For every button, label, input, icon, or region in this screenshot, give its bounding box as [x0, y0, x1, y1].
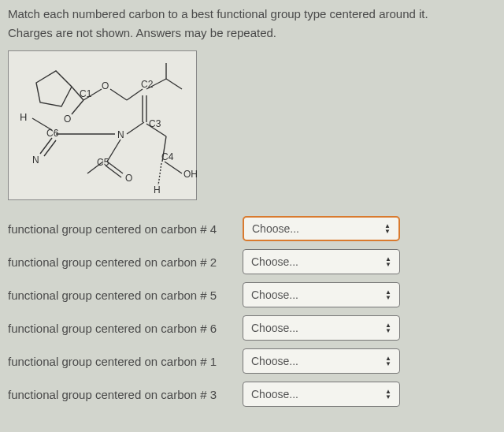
sort-icon: ▲▼ [385, 290, 391, 300]
svg-text:O: O [102, 80, 109, 91]
answer-select[interactable]: Choose...▲▼ [243, 249, 400, 274]
question-row: functional group centered on carbon # 1C… [8, 348, 496, 374]
svg-line-4 [110, 89, 127, 100]
answer-select[interactable]: Choose...▲▼ [243, 348, 400, 374]
question-row: functional group centered on carbon # 6C… [8, 315, 496, 341]
select-placeholder: Choose... [251, 255, 298, 268]
svg-text:C3: C3 [149, 118, 161, 129]
question-label: functional group centered on carbon # 3 [8, 388, 236, 401]
question-label: functional group centered on carbon # 6 [8, 322, 236, 335]
svg-text:N: N [32, 155, 39, 166]
select-placeholder: Choose... [251, 322, 298, 334]
answer-select[interactable]: Choose...▲▼ [243, 382, 400, 407]
question-row: functional group centered on carbon # 5C… [8, 282, 496, 307]
sort-icon: ▲▼ [385, 356, 391, 367]
select-placeholder: Choose... [252, 222, 299, 235]
answer-select[interactable]: Choose...▲▼ [243, 216, 400, 241]
svg-line-16 [107, 140, 120, 162]
svg-line-23 [158, 163, 161, 185]
svg-line-5 [127, 89, 143, 100]
question-panel: Match each numbered carbon to a best fun… [0, 0, 504, 423]
question-row: functional group centered on carbon # 3C… [8, 382, 496, 407]
sort-icon: ▲▼ [384, 224, 391, 234]
instruction-line-2: Charges are not shown. Answers may be re… [8, 24, 496, 43]
svg-line-17 [107, 162, 123, 173]
svg-line-13 [40, 138, 52, 154]
svg-line-9 [166, 79, 182, 89]
svg-text:C4: C4 [161, 151, 174, 162]
question-row: functional group centered on carbon # 2C… [8, 249, 496, 274]
svg-text:C6: C6 [46, 128, 59, 139]
question-label: functional group centered on carbon # 1 [8, 355, 236, 368]
svg-text:H: H [154, 184, 161, 196]
svg-text:O: O [64, 114, 71, 125]
svg-text:OH: OH [183, 169, 198, 180]
sort-icon: ▲▼ [385, 257, 391, 267]
svg-line-14 [44, 140, 56, 156]
question-rows: functional group centered on carbon # 4C… [8, 216, 496, 407]
svg-text:H: H [20, 111, 27, 123]
sort-icon: ▲▼ [385, 389, 391, 400]
instructions: Match each numbered carbon to a best fun… [8, 5, 496, 43]
answer-select[interactable]: Choose...▲▼ [243, 315, 400, 341]
select-placeholder: Choose... [251, 355, 298, 367]
svg-text:O: O [125, 173, 132, 184]
svg-line-11 [127, 122, 144, 134]
select-placeholder: Choose... [251, 388, 298, 400]
svg-text:C2: C2 [141, 79, 154, 90]
question-label: functional group centered on carbon # 4 [8, 222, 236, 236]
svg-marker-0 [36, 71, 72, 106]
svg-line-2 [72, 100, 83, 114]
sort-icon: ▲▼ [385, 323, 391, 333]
svg-line-22 [165, 162, 182, 173]
question-row: functional group centered on carbon # 4C… [8, 216, 496, 241]
svg-text:C5: C5 [97, 157, 109, 168]
molecule-image: C1 C2 C3 C4 C5 C6 H N N O O O OH H [8, 50, 197, 200]
svg-text:N: N [117, 129, 124, 140]
svg-text:C1: C1 [80, 88, 92, 99]
select-placeholder: Choose... [251, 289, 298, 301]
instruction-line-1: Match each numbered carbon to a best fun… [8, 5, 496, 24]
question-label: functional group centered on carbon # 2 [8, 255, 236, 269]
answer-select[interactable]: Choose...▲▼ [243, 282, 400, 307]
question-label: functional group centered on carbon # 5 [8, 289, 236, 302]
